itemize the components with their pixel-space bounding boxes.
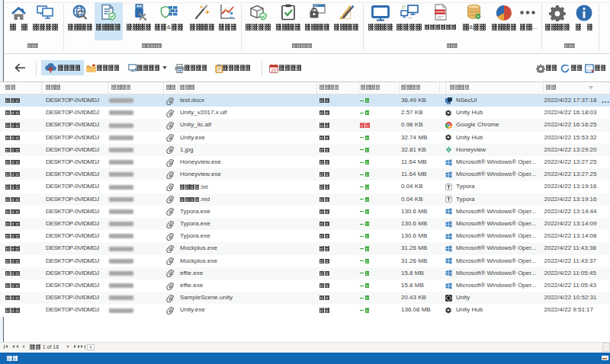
svg-text:23: 23	[271, 67, 277, 72]
